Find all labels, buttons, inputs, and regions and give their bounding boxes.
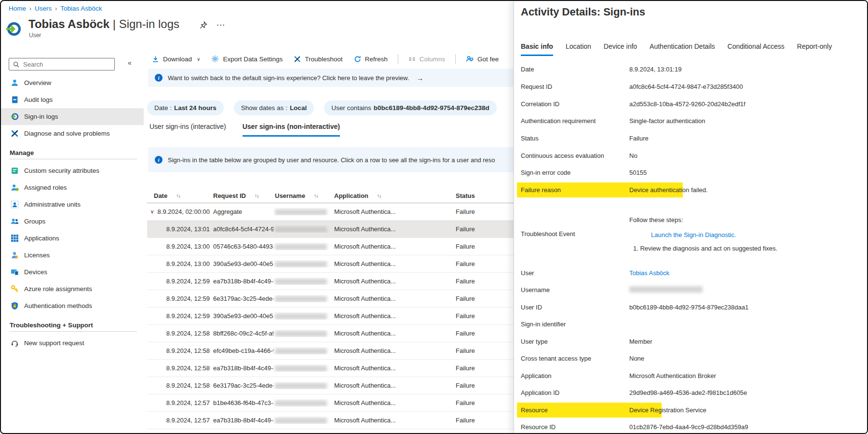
filter-value: Local <box>290 104 307 112</box>
column-header-username[interactable]: Username↑↓ <box>273 192 333 199</box>
chevron-down-icon[interactable]: ∨ <box>150 209 154 215</box>
detail-value: a0fc8c64-5cf4-4724-9847-e73d285f3400 <box>629 83 743 90</box>
sort-icon[interactable]: ↑↓ <box>314 193 318 198</box>
cell-username <box>273 208 333 215</box>
sidebar-item-new-support-request[interactable]: New support request <box>1 335 144 351</box>
breadcrumb-current-user[interactable]: Tobias Asböck <box>60 5 102 12</box>
launch-diagnostic-link[interactable]: Launch the Sign-in Diagnostic. <box>651 231 736 238</box>
preview-banner-text: Want to switch back to the default sign-… <box>168 74 409 82</box>
ellipsis-menu-icon[interactable]: … <box>216 17 226 28</box>
cell-status: Failure <box>454 347 522 354</box>
detail-label: Request ID <box>521 83 552 90</box>
sidebar-item-label: Licenses <box>24 252 50 259</box>
breadcrumb-users[interactable]: Users <box>35 5 52 12</box>
sidebar-item-devices[interactable]: Devices <box>1 264 144 280</box>
sidebar-item-applications[interactable]: Applications <box>1 230 144 247</box>
detail-label: Username <box>521 286 550 294</box>
tab-non-interactive[interactable]: User sign-ins (non-interactive) <box>243 123 340 137</box>
sidebar-item-signin-logs[interactable]: Sign-in logs <box>1 108 144 125</box>
cell-status: Failure <box>454 278 522 285</box>
info-icon: i <box>155 74 163 82</box>
detail-label: Application <box>521 372 552 379</box>
cell-status: Failure <box>454 399 522 406</box>
feedback-button[interactable]: Got fee <box>462 55 502 63</box>
sort-icon[interactable]: ↑↓ <box>377 193 381 198</box>
sidebar: « Overview Audit logs Sign-in logs Diagn… <box>1 53 144 433</box>
export-data-settings-button[interactable]: Export Data Settings <box>208 55 286 63</box>
sidebar-item-azure-role-assignments[interactable]: Azure role assignments <box>1 280 144 297</box>
cell-date: 8.9.2024, 12:57 <box>147 399 212 406</box>
tab-report-only[interactable]: Report-only <box>797 42 832 56</box>
detail-row-user-type: User typeMember <box>521 338 865 349</box>
column-header-date[interactable]: Date↑↓ <box>147 192 212 199</box>
sidebar-item-custom-security-attributes[interactable]: Custom security attributes <box>1 162 144 179</box>
cell-username <box>273 312 333 320</box>
sidebar-item-authentication-methods[interactable]: Authentication methods <box>1 297 144 314</box>
tab-device-info[interactable]: Device info <box>604 42 637 56</box>
detail-row-troubleshoot-event: Troubleshoot EventLaunch the Sign-in Dia… <box>521 230 865 241</box>
pin-icon[interactable] <box>200 21 207 29</box>
filter-date[interactable]: Date :Last 24 hours <box>147 100 224 115</box>
cell-status: Failure <box>454 312 522 320</box>
applications-icon <box>11 234 19 242</box>
tab-basic-info[interactable]: Basic info <box>521 42 553 56</box>
detail-value: Microsoft Authentication Broker <box>629 372 716 379</box>
columns-label: Columns <box>420 56 445 63</box>
detail-row-cross-tenant: Cross tenant access typeNone <box>521 355 865 365</box>
sidebar-item-label: New support request <box>24 339 84 347</box>
filter-show-dates-as[interactable]: Show dates as :Local <box>234 100 314 115</box>
cell-application: Microsoft Authentica... <box>333 260 454 267</box>
cell-status: Failure <box>454 330 522 337</box>
user-link[interactable]: Tobias Asböck <box>629 269 669 277</box>
sidebar-item-label: Applications <box>24 235 59 242</box>
refresh-button[interactable]: Refresh <box>351 56 391 63</box>
sidebar-item-diagnose[interactable]: Diagnose and solve problems <box>1 125 144 142</box>
sidebar-item-label: Assigned roles <box>24 184 67 191</box>
redacted-username <box>275 261 327 267</box>
sidebar-item-label: Overview <box>24 79 51 86</box>
redacted-username <box>275 400 327 406</box>
cell-date: 8.9.2024, 12:59 <box>147 278 212 285</box>
filter-label: User contains <box>331 104 371 112</box>
sidebar-section-support: Troubleshooting + Support <box>1 314 144 331</box>
arrow-right-icon[interactable]: → <box>416 74 423 82</box>
tab-conditional-access[interactable]: Conditional Access <box>728 42 785 56</box>
column-header-status[interactable]: Status <box>454 192 522 199</box>
breadcrumb-home[interactable]: Home <box>9 5 26 12</box>
column-header-request-id[interactable]: Request ID↑↓ <box>212 192 273 199</box>
tab-authentication-details[interactable]: Authentication Details <box>650 42 715 56</box>
cell-status: Failure <box>454 295 522 302</box>
sidebar-item-overview[interactable]: Overview <box>1 74 144 91</box>
download-icon <box>152 56 159 63</box>
troubleshoot-button[interactable]: Troubleshoot <box>290 56 346 63</box>
sidebar-item-assigned-roles[interactable]: Assigned roles <box>1 179 144 196</box>
sort-icon[interactable]: ↑↓ <box>255 193 259 198</box>
sidebar-item-groups[interactable]: Groups <box>1 213 144 230</box>
detail-value: 8.9.2024, 13:01:19 <box>629 66 681 73</box>
filter-bar: Date :Last 24 hours Show dates as :Local… <box>147 100 497 115</box>
tab-location[interactable]: Location <box>566 42 591 56</box>
cell-request-id: 390a5e93-de00-40e5-b <box>212 312 273 320</box>
sidebar-collapse-button[interactable]: « <box>123 59 136 70</box>
sidebar-search[interactable] <box>9 58 115 70</box>
sidebar-item-administrative-units[interactable]: Administrative units <box>1 196 144 213</box>
column-header-application[interactable]: Application↑↓ <box>333 192 454 199</box>
detail-row-failure-reason: Failure reasonDevice authentication fail… <box>521 186 865 197</box>
filter-label: Date : <box>154 104 172 112</box>
columns-button[interactable]: Columns <box>405 56 448 63</box>
panel-tabs: Basic info Location Device info Authenti… <box>521 42 832 56</box>
filter-user-contains[interactable]: User containsb0bc6189-4bb8-4d92-9754-879… <box>324 100 497 115</box>
detail-value: 01cb2876-7ebd-4aa4-9cc9-d28bd4d359a9 <box>629 423 748 431</box>
troubleshoot-step-1: 1. Review the diagnosis and act on sugge… <box>521 245 865 255</box>
search-input[interactable] <box>22 60 96 69</box>
sort-icon[interactable]: ↑↓ <box>176 193 180 198</box>
sidebar-item-audit-logs[interactable]: Audit logs <box>1 91 144 108</box>
date-text: 8.9.2024, 12:59 <box>166 278 210 285</box>
download-button[interactable]: Download ∨ <box>149 56 203 63</box>
detail-value-highlighted: Device authentication failed. <box>629 186 708 194</box>
tab-interactive[interactable]: User sign-ins (interactive) <box>149 123 226 137</box>
cell-username <box>273 278 333 285</box>
sidebar-item-licenses[interactable]: Licenses <box>1 247 144 264</box>
detail-row-resource: ResourceDevice Registration Service <box>521 406 865 417</box>
cell-request-id: 6e3179ac-3c25-4ede-8 <box>212 295 273 302</box>
